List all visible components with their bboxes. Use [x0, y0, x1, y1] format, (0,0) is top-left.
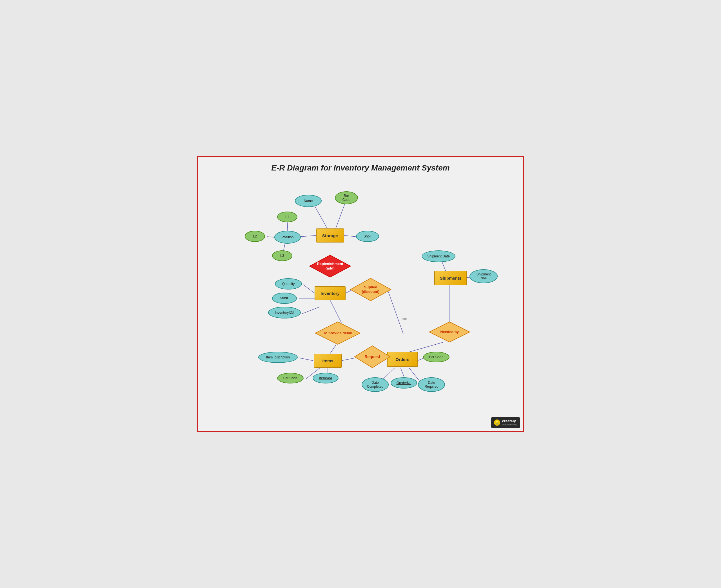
relation-to-provide: To provide detail: [315, 321, 361, 345]
attr-barcode-orders: Bar Code: [423, 352, 449, 362]
entity-storage: Storage: [316, 228, 344, 243]
diagram-canvas: text Storage Inventory Items Orders Ship…: [198, 176, 523, 431]
svg-line-14: [330, 345, 336, 354]
attr-itemno: ItemNo#: [313, 373, 339, 383]
attr-shipment-date: Shipment Date: [422, 250, 455, 262]
entity-items: Items: [314, 354, 342, 368]
relation-supplied: Suplied(discount): [350, 278, 392, 301]
attr-position: Position: [274, 231, 301, 244]
entity-inventory: Inventory: [315, 286, 345, 300]
svg-line-13: [330, 300, 341, 323]
attr-barcode-items: Bar Code: [277, 373, 304, 383]
svg-text:text: text: [402, 317, 407, 320]
creately-bulb-icon: 💡: [494, 419, 500, 426]
attr-date-required: DateRequired: [418, 377, 445, 392]
relation-request: Request: [354, 345, 390, 368]
entity-orders: Orders: [387, 352, 418, 367]
attr-orderedno: OrederNo: [390, 377, 417, 388]
attr-l1: L1: [277, 212, 297, 222]
attr-l2: L2: [245, 231, 265, 242]
svg-line-15: [299, 358, 313, 361]
attr-quantity: Quantity: [275, 278, 302, 290]
attr-date-completed: DateCompleted: [362, 377, 389, 392]
diagram-title: E-R Diagram for Inventory Management Sys…: [198, 157, 523, 175]
relation-replenishment: Replenishment(add): [309, 255, 351, 278]
attr-l3: L3: [272, 250, 292, 261]
attr-name: Name: [295, 195, 322, 207]
attr-itemid: ItemID: [272, 293, 297, 304]
creately-branding: creately Diagramming: [502, 419, 517, 426]
connection-lines: text: [198, 176, 523, 431]
attr-inventoryid: InventoryID#: [268, 307, 301, 318]
svg-line-11: [302, 307, 319, 314]
attr-shipment-no: ShipmentNo#: [469, 269, 498, 283]
attr-item-desc: Item_discription: [258, 352, 298, 363]
diagram-container: E-R Diagram for Inventory Management Sys…: [197, 156, 524, 432]
attr-sno: Sno#: [356, 231, 379, 242]
attr-barcode-storage: BarCode: [335, 191, 358, 204]
relation-needed-by: Needed by: [429, 321, 470, 343]
creately-logo: 💡 creately Diagramming: [491, 417, 520, 428]
entity-shipments: Shipments: [434, 271, 467, 285]
svg-line-22: [400, 368, 405, 378]
svg-line-9: [303, 285, 315, 293]
svg-line-18: [341, 358, 356, 361]
